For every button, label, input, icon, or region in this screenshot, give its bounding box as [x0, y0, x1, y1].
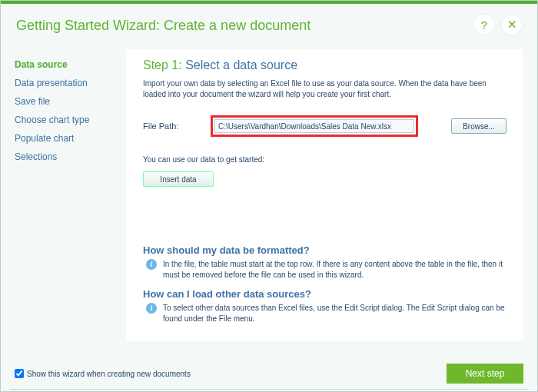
file-path-row: File Path: Browse...	[143, 115, 506, 137]
step-title: Step 1: Select a data source	[143, 58, 506, 72]
use-our-data-label: You can use our data to get started:	[143, 155, 506, 164]
header-buttons: ? ✕	[474, 15, 522, 35]
sidebar-item-selections[interactable]: Selections	[15, 148, 126, 166]
footer: Show this wizard when creating new docum…	[15, 364, 523, 384]
show-wizard-checkbox[interactable]	[15, 369, 24, 378]
show-wizard-checkbox-row[interactable]: Show this wizard when creating new docum…	[15, 369, 191, 378]
browse-button[interactable]: Browse...	[451, 118, 506, 134]
sidebar-item-data-source[interactable]: Data source	[15, 55, 126, 74]
faq-section: How should my data be formatted? i In th…	[143, 244, 506, 332]
faq1-answer: In the file, the table must start at the…	[163, 259, 506, 281]
step-number: Step 1:	[143, 58, 182, 71]
insert-data-button[interactable]: Insert data	[143, 171, 214, 187]
footer-divider	[10, 389, 528, 390]
main-panel: Step 1: Select a data source Import your…	[126, 49, 523, 341]
body: Data source Data presentation Save file …	[1, 42, 537, 341]
file-path-input[interactable]	[214, 119, 414, 133]
faq2-question: How can I load other data sources?	[143, 288, 506, 300]
next-step-button[interactable]: Next step	[447, 364, 523, 384]
sidebar-item-data-presentation[interactable]: Data presentation	[15, 74, 126, 92]
file-path-label: File Path:	[143, 121, 211, 131]
header: Getting Started Wizard: Create a new doc…	[1, 4, 537, 42]
sidebar-item-save-file[interactable]: Save file	[15, 92, 126, 111]
sidebar-item-populate-chart[interactable]: Populate chart	[15, 129, 126, 148]
info-icon: i	[146, 303, 157, 314]
step-label: Select a data source	[185, 58, 297, 71]
faq2-answer-row: i To select other data sources than Exce…	[143, 303, 506, 324]
step-description: Import your own data by selecting an Exc…	[143, 78, 506, 100]
faq1-question: How should my data be formatted?	[143, 244, 506, 256]
faq1-answer-row: i In the file, the table must start at t…	[143, 259, 506, 281]
wizard-window: Getting Started Wizard: Create a new doc…	[0, 0, 538, 392]
sidebar-item-choose-chart-type[interactable]: Choose chart type	[15, 111, 126, 129]
close-button[interactable]: ✕	[502, 15, 522, 35]
faq2-answer: To select other data sources than Excel …	[163, 303, 506, 324]
show-wizard-label: Show this wizard when creating new docum…	[27, 370, 191, 378]
wizard-title: Getting Started Wizard: Create a new doc…	[16, 18, 522, 34]
file-path-highlight	[211, 115, 418, 137]
info-icon: i	[146, 259, 157, 270]
sidebar: Data source Data presentation Save file …	[15, 49, 126, 341]
help-button[interactable]: ?	[474, 15, 494, 35]
